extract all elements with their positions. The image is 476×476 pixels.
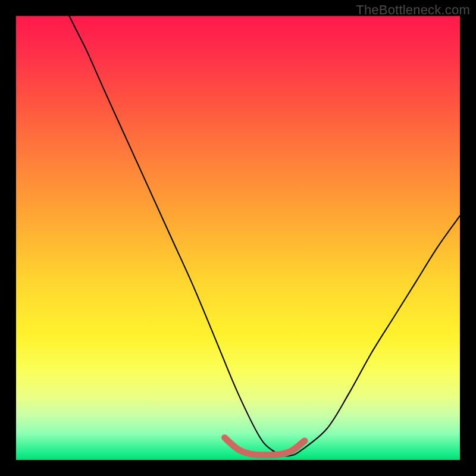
watermark-text: TheBottleneck.com [356, 2, 470, 18]
low-bottleneck-band-line [225, 438, 305, 455]
bottleneck-curve-line [70, 16, 460, 456]
plot-area [16, 16, 460, 460]
chart-frame: TheBottleneck.com [0, 0, 476, 476]
chart-svg [16, 16, 460, 460]
